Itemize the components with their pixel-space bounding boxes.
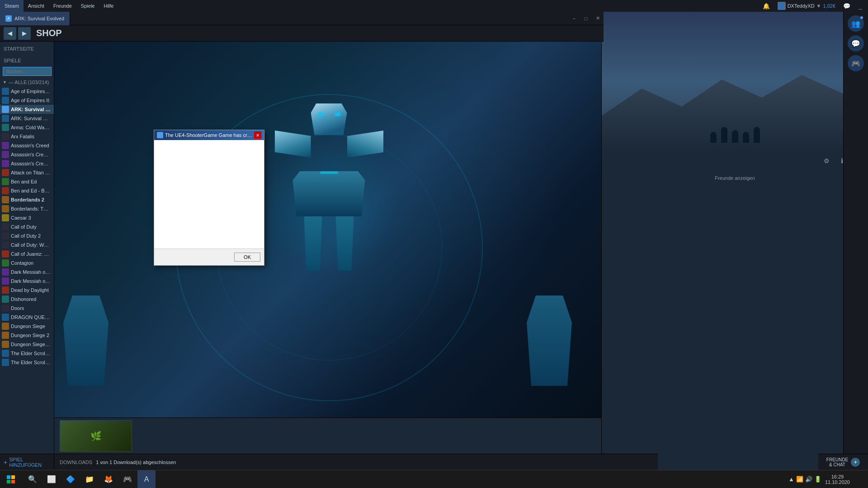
minimize-btn[interactable]: − xyxy=(568,12,580,25)
battery-icon[interactable]: 🔋 xyxy=(814,476,821,483)
window-tab[interactable]: A ARK: Survival Evolved xyxy=(0,12,70,25)
svg-rect-0 xyxy=(7,475,10,479)
game-icon-dm2 xyxy=(2,277,9,285)
steam-top-right: 🔔 👤 DXTeddyXD ▼ 1,02€ 💬 _ xyxy=(760,0,868,12)
game-item-caesar3[interactable]: Caesar 3 xyxy=(0,213,54,222)
game-item-contagion[interactable]: Contagion xyxy=(0,258,54,267)
add-game-bar[interactable]: + SPIEL HINZUFÜGEN xyxy=(0,454,54,470)
forward-button[interactable]: ▶ xyxy=(18,27,31,40)
taskbar-taskview-icon[interactable]: ⬜ xyxy=(42,470,61,488)
game-item-dq[interactable]: DRAGON QUEST H xyxy=(0,313,54,322)
game-item-ac2[interactable]: Assassin's Creed R xyxy=(0,150,54,159)
game-item-cod1[interactable]: Call of Duty xyxy=(0,222,54,231)
game-item-dm2[interactable]: Dark Messiah of M xyxy=(0,277,54,286)
side-mech-body-right xyxy=(527,296,572,386)
chat-label: & CHAT xyxy=(829,462,845,467)
back-button[interactable]: ◀ xyxy=(4,27,16,40)
game-name-ac1: Assassin's Creed xyxy=(11,143,49,148)
mech-torso xyxy=(293,171,365,216)
start-button[interactable] xyxy=(0,470,22,488)
network-icon[interactable]: 📶 xyxy=(796,476,803,483)
game-thumbnail[interactable]: 🌿 xyxy=(60,420,132,452)
taskbar-search-icon[interactable]: 🔍 xyxy=(24,470,42,488)
freunde-anzeigen-button[interactable]: Freunde anzeigen xyxy=(602,170,868,186)
mech-chest-light xyxy=(320,171,338,174)
game-item-baeblood[interactable]: Ben and Ed - Bloo xyxy=(0,186,54,195)
crash-title-bar[interactable]: The UE4-ShooterGame Game has crashed and… xyxy=(154,130,264,140)
game-name-contagion: Contagion xyxy=(11,260,33,266)
game-icon-blpre xyxy=(2,205,9,212)
menu-spiele[interactable]: Spiele xyxy=(76,0,99,12)
game-item-dm1[interactable]: Dark Messiah of M xyxy=(0,267,54,277)
game-icon-tes1 xyxy=(2,350,9,357)
taskbar-edge-icon[interactable]: 🔷 xyxy=(61,470,80,488)
crash-dialog: The UE4-ShooterGame Game has crashed and… xyxy=(154,130,264,266)
game-item-ac1[interactable]: Assassin's Creed xyxy=(0,141,54,150)
game-item-ark[interactable]: ARK: Survival Evol xyxy=(0,105,54,114)
game-name-doors: Doors xyxy=(11,305,24,311)
game-icon-baeblood xyxy=(2,187,9,194)
downloads-title: DOWNLOADS xyxy=(60,460,92,465)
controller-icon[interactable]: 🎮 xyxy=(848,55,864,71)
maximize-btn[interactable]: □ xyxy=(580,12,592,25)
crash-close-button[interactable]: ✕ xyxy=(254,131,261,139)
game-item-doors[interactable]: Doors xyxy=(0,304,54,313)
game-item-dbd[interactable]: Dead by Daylight xyxy=(0,286,54,295)
chevron-up-icon[interactable]: ▲ xyxy=(788,476,794,483)
notifications-icon[interactable]: 🔔 xyxy=(760,0,772,12)
game-item-arx[interactable]: Arx Fatalis xyxy=(0,132,54,141)
search-input[interactable] xyxy=(3,67,52,76)
taskbar-steam-icon[interactable]: 🎮 xyxy=(118,470,137,488)
game-item-ark2[interactable]: ARK: Survival Of T xyxy=(0,114,54,123)
game-item-ds3[interactable]: Dungeon Siege III xyxy=(0,340,54,349)
game-item-tes1[interactable]: The Elder Scrolls II xyxy=(0,349,54,358)
crash-dialog-title: The UE4-ShooterGame Game has crashed and… xyxy=(165,132,252,138)
taskbar-ark-icon[interactable]: A xyxy=(137,470,156,488)
game-item-blpre[interactable]: Borderlands: The P xyxy=(0,204,54,213)
freunde-bar[interactable]: FREUNDE & CHAT + xyxy=(818,454,868,470)
menu-hilfe[interactable]: Hilfe xyxy=(99,0,118,12)
game-item-age-of-empires-2[interactable]: Age of Empires II: xyxy=(0,96,54,105)
taskbar-pinned-icons: 🔍 ⬜ 🔷 📁 🦊 🎮 A xyxy=(22,470,157,488)
menu-steam[interactable]: Steam xyxy=(0,0,24,12)
game-item-age-of-empires-1[interactable]: Age of Empires II ( xyxy=(0,87,54,96)
game-item-ds2[interactable]: Dungeon Siege 2 xyxy=(0,331,54,340)
game-item-ds1[interactable]: Dungeon Siege xyxy=(0,322,54,331)
category-header[interactable]: ▼ — ALLE (103/214) xyxy=(0,78,54,87)
mech-leg-right xyxy=(334,216,356,271)
game-item-tes2[interactable]: The Elder Scrolls O xyxy=(0,358,54,367)
game-name-bl2: Borderlands 2 xyxy=(11,197,44,202)
game-item-ac3[interactable]: Assassin's Creed R xyxy=(0,159,54,168)
volume-icon[interactable]: 🔊 xyxy=(805,476,812,483)
show-desktop-btn[interactable] xyxy=(854,470,868,488)
game-icon-codworld xyxy=(2,241,9,249)
minimize-icon[interactable]: _ xyxy=(854,0,866,12)
taskbar-explorer-icon[interactable]: 📁 xyxy=(80,470,99,488)
crash-ok-button[interactable]: OK xyxy=(234,253,260,262)
game-item-coj[interactable]: Call of Juarez: Bou xyxy=(0,249,54,258)
steam-friends-icon[interactable]: 👥 xyxy=(848,15,864,32)
user-area[interactable]: 👤 DXTeddyXD ▼ 1,02€ xyxy=(774,0,839,12)
game-icon-ac2 xyxy=(2,151,9,158)
balance-separator: ▼ xyxy=(816,3,821,9)
game-item-benanded[interactable]: Ben and Ed xyxy=(0,177,54,186)
taskbar-clock[interactable]: 16:29 11.10.2020 xyxy=(821,474,854,485)
chat-icon-sidebar[interactable]: 💬 xyxy=(848,35,864,52)
game-item-codworld[interactable]: Call of Duty: World xyxy=(0,240,54,249)
game-item-bl2[interactable]: Borderlands 2 xyxy=(0,195,54,204)
game-name-ark: ARK: Survival Evol xyxy=(11,107,51,112)
close-btn[interactable]: ✕ xyxy=(592,12,604,25)
game-item-dishonored[interactable]: Dishonored xyxy=(0,295,54,304)
menu-freunde[interactable]: Freunde xyxy=(49,0,76,12)
menu-ansicht[interactable]: Ansicht xyxy=(24,0,49,12)
friend-sil-2 xyxy=(721,127,727,143)
game-item-arma[interactable]: Arma: Cold War As xyxy=(0,123,54,132)
game-item-cod2[interactable]: Call of Duty 2 xyxy=(0,231,54,240)
game-item-aot[interactable]: Attack on Titan / A xyxy=(0,168,54,177)
chat-icon[interactable]: 💬 xyxy=(841,0,853,12)
sidebar: STARTSEITE SPIELE ▼ — ALLE (103/214) Age… xyxy=(0,42,54,454)
freunde-plus-icon[interactable]: + xyxy=(851,458,860,467)
gear-icon[interactable]: ⚙ xyxy=(821,155,832,166)
taskbar-firefox-icon[interactable]: 🦊 xyxy=(99,470,118,488)
game-icon-dbd xyxy=(2,286,9,294)
